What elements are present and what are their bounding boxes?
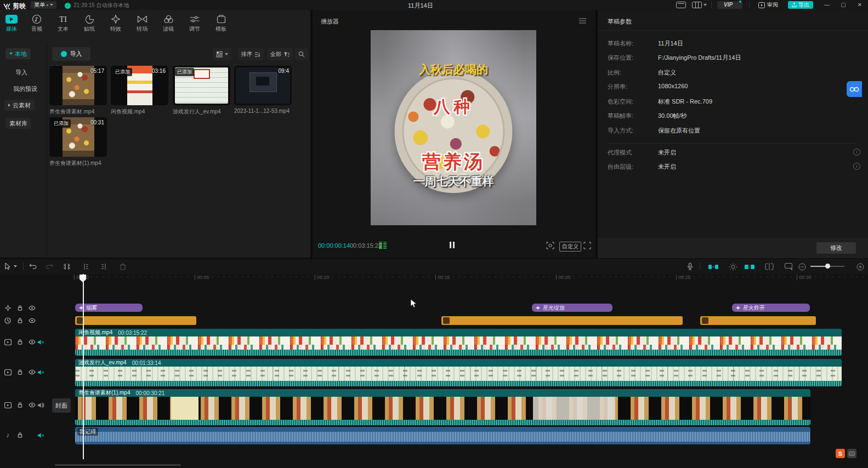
video-clip-soup[interactable]: 养生食谱素材(1).mp4 00:00:30:21: [75, 389, 810, 425]
video-clip-game[interactable]: 游戏发行人_ev.mp4 00:01:33:14: [75, 359, 842, 386]
fit-timeline-icon[interactable]: [783, 262, 795, 271]
info-icon[interactable]: i: [853, 163, 860, 170]
tab-audio[interactable]: 音频: [24, 13, 49, 33]
select-tool-dropdown[interactable]: [12, 261, 19, 271]
fullscreen-icon[interactable]: [583, 242, 591, 249]
video-preview[interactable]: 入秋后必喝的 八种 营养汤 一周七天不重样: [371, 30, 536, 225]
audio-clip[interactable]: 我记得: [75, 427, 810, 444]
layout-one-icon[interactable]: [676, 2, 686, 8]
tab-template[interactable]: 模板: [208, 13, 234, 33]
undo-button[interactable]: [27, 261, 38, 271]
zoom-in-icon[interactable]: [854, 262, 866, 271]
record-audio-button[interactable]: [684, 261, 695, 271]
sticker-clip[interactable]: [700, 316, 816, 325]
cover-button[interactable]: 封面: [52, 398, 71, 413]
trim-left-button[interactable]: [80, 261, 91, 271]
view-mode-button[interactable]: [213, 48, 231, 60]
minimize-button[interactable]: —: [821, 2, 833, 8]
sidebar-item-local[interactable]: 本地: [5, 48, 31, 59]
logo-icon: [3, 3, 10, 10]
player-menu-icon[interactable]: [579, 18, 586, 24]
trim-right-button[interactable]: [99, 261, 110, 271]
delete-button[interactable]: [117, 261, 128, 271]
close-button[interactable]: ✕: [854, 2, 866, 8]
playhead[interactable]: [83, 274, 84, 459]
filter-button[interactable]: 全部: [267, 48, 293, 60]
select-tool-button[interactable]: [2, 261, 13, 271]
tab-adjust[interactable]: 调节: [182, 13, 207, 33]
timeline-ruler[interactable]: [73, 276, 868, 277]
main-track-magnet-toggle[interactable]: [707, 262, 719, 271]
layout-split-icon[interactable]: [692, 2, 707, 8]
media-item-thumb[interactable]: 已添加 03:16: [111, 66, 168, 105]
cloud-collab-floating-button[interactable]: [847, 81, 862, 97]
split-button[interactable]: [61, 261, 72, 271]
eye-icon[interactable]: [27, 338, 36, 346]
menu-button[interactable]: 菜单: [31, 1, 56, 9]
effect-clip-label: 烟雾: [86, 304, 97, 312]
eye-icon[interactable]: [27, 304, 36, 312]
divider: [23, 262, 24, 270]
sidebar-item-cloud[interactable]: 云素材: [4, 100, 35, 111]
sidebar-item-presets[interactable]: 我的预设: [13, 85, 37, 93]
modify-button[interactable]: 修改: [816, 242, 856, 254]
maximize-button[interactable]: ▢: [837, 2, 849, 8]
lock-icon[interactable]: [15, 304, 24, 312]
vip-button[interactable]: VIP: [717, 1, 742, 9]
filter-icon: [163, 15, 174, 24]
filmstrip: [75, 397, 810, 420]
lock-icon[interactable]: [15, 338, 24, 346]
param-value: 未开启: [658, 163, 676, 171]
tab-media[interactable]: 媒体: [0, 13, 24, 33]
tab-filter[interactable]: 滤镜: [156, 13, 181, 33]
info-icon[interactable]: i: [853, 149, 860, 156]
review-button[interactable]: 审阅: [758, 1, 778, 9]
import-button[interactable]: 导入: [52, 47, 90, 61]
preview-scale-icon[interactable]: [546, 242, 554, 249]
zoom-out-icon[interactable]: [796, 262, 808, 271]
media-item-thumb[interactable]: 05:17: [49, 66, 107, 105]
media-item-thumb[interactable]: 09:4: [234, 66, 292, 105]
pause-button[interactable]: [450, 242, 455, 248]
linkage-toggle[interactable]: [744, 262, 756, 271]
search-button[interactable]: [295, 48, 308, 60]
tab-sticker[interactable]: 贴纸: [77, 13, 102, 33]
horizontal-scrollbar[interactable]: [55, 464, 181, 466]
video-clip-xianyu[interactable]: 闲鱼视频.mp4 00:03:15:22: [75, 329, 842, 356]
quality-selector[interactable]: 自定义: [559, 242, 581, 252]
sticker-clip[interactable]: [75, 316, 196, 325]
sidebar-item-library[interactable]: 素材库: [5, 118, 31, 129]
effect-clip[interactable]: 星光绽放: [532, 304, 612, 312]
lock-icon[interactable]: [15, 401, 24, 409]
input-method-icon[interactable]: S: [836, 449, 845, 458]
auto-snap-toggle[interactable]: [727, 262, 739, 271]
param-row: 保存位置: F:/JianyingPro Drafts/11月14日: [598, 54, 868, 65]
speaker-icon[interactable]: [36, 401, 45, 409]
eye-icon[interactable]: [27, 368, 36, 376]
tab-text[interactable]: TI 文本: [50, 13, 76, 33]
eye-icon[interactable]: [27, 316, 36, 325]
slider-handle[interactable]: [825, 264, 830, 269]
redo-button[interactable]: [44, 261, 55, 271]
timeline-zoom-slider[interactable]: [810, 266, 844, 267]
mute-speaker-icon[interactable]: [36, 368, 45, 376]
sort-button[interactable]: 排序: [238, 48, 264, 60]
preview-axis-toggle[interactable]: [763, 262, 775, 271]
media-item-thumb[interactable]: 已添加: [173, 66, 230, 105]
tab-transition[interactable]: 转场: [129, 13, 155, 33]
eye-icon[interactable]: [27, 401, 36, 409]
keyboard-icon[interactable]: [847, 449, 856, 458]
media-item-thumb[interactable]: 已添加 00:31: [49, 117, 107, 157]
effect-clip[interactable]: 星火炸开: [732, 304, 810, 312]
lock-icon[interactable]: [15, 431, 24, 440]
mute-speaker-icon[interactable]: [36, 338, 45, 346]
sidebar-item-import[interactable]: 导入: [15, 69, 27, 77]
effect-clip[interactable]: 烟雾: [75, 304, 143, 312]
lock-icon[interactable]: [15, 316, 24, 325]
sticker-clip[interactable]: [441, 316, 683, 325]
lock-icon[interactable]: [15, 368, 24, 376]
tab-effects[interactable]: 特效: [103, 13, 128, 33]
mute-speaker-icon[interactable]: [36, 431, 45, 440]
effect-icon: [535, 305, 541, 311]
export-button[interactable]: 导出: [788, 1, 813, 9]
